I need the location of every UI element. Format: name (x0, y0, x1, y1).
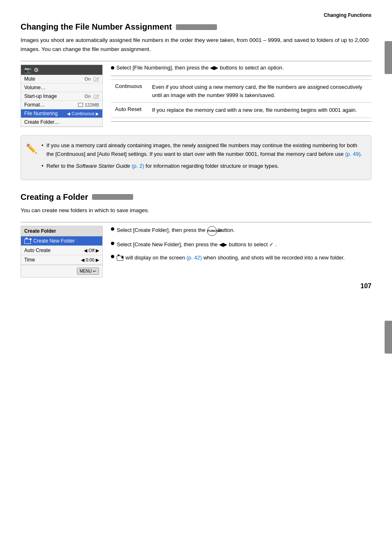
section1-intro: Images you shoot are automatically assig… (21, 36, 371, 53)
menu-row-file-numbering: File Numbering ◀ Continuous ▶ (21, 109, 102, 118)
folder-inst-1: Select [Create Folder], then press the F… (111, 226, 371, 236)
option-continuous-name: Continuous (111, 80, 148, 103)
heading-bar-2 (92, 194, 133, 200)
note-item-1: If you use a memory card already contain… (42, 141, 364, 159)
section1-description: Select [File Numbering], then press the … (111, 65, 371, 127)
camera-menu-header: 📷 ⚙ (21, 65, 102, 75)
bullet-1 (111, 66, 114, 69)
folder-icon-selected: ✱ (24, 239, 31, 244)
bullet-f2 (111, 242, 114, 245)
section1-heading: Changing the File Number Assignment (21, 22, 371, 32)
side-tab-bottom (385, 321, 392, 354)
folder-menu-create-new: ✱ Create New Folder (21, 236, 102, 246)
note-icon: ✏️ (26, 141, 37, 156)
camera-icon: 📷 (24, 67, 31, 73)
option-auto-reset-desc: If you replace the memory card with a ne… (148, 103, 371, 118)
note-box: ✏️ If you use a memory card already cont… (21, 135, 371, 180)
note-list: If you use a memory card already contain… (42, 141, 364, 170)
section2-intro: You can create new folders in which to s… (21, 206, 371, 215)
option-continuous: Continuous Even if you shoot using a new… (111, 80, 371, 103)
section1-title: Changing the File Number Assignment (21, 22, 172, 32)
section1-content: 📷 ⚙ Mute On Off Volume… (21, 65, 371, 127)
settings-icon: ⚙ (34, 67, 39, 73)
func-set-btn: FUNCSET (207, 226, 217, 236)
option-auto-reset: Auto Reset If you replace the memory car… (111, 103, 371, 118)
software-guide-text: Software Starter Guide (76, 163, 130, 169)
folder-instructions: Select [Create Folder], then press the F… (111, 226, 371, 278)
menu-row-format: Format… 122MB (21, 101, 102, 109)
camera-menu: 📷 ⚙ Mute On Off Volume… (21, 65, 103, 127)
divider-2 (21, 222, 371, 222)
page-number: 107 (360, 282, 371, 290)
divider-options-top (111, 76, 371, 76)
menu-button[interactable]: MENU ↩ (77, 268, 99, 275)
create-folder-menu: Create Folder ✱ Create New Folder Auto C… (21, 226, 103, 278)
heading-bar-1 (176, 24, 217, 30)
header-title: Changing Functions (324, 12, 371, 18)
folder-menu-auto-create: Auto Create ◀ Off ▶ (21, 246, 102, 255)
section2-heading: Creating a Folder (21, 192, 371, 202)
folder-icon-inline: ✱ (117, 256, 123, 261)
bullet-f1 (111, 227, 114, 231)
divider-options-bottom (111, 121, 371, 122)
option-continuous-desc: Even if you shoot using a new memory car… (148, 80, 371, 103)
select-instruction: Select [File Numbering], then press the … (111, 65, 371, 71)
section1-instruction: Select [File Numbering], then press the … (116, 65, 284, 71)
folder-menu-title: Create Folder (21, 226, 102, 236)
option-auto-reset-name: Auto Reset (111, 103, 148, 118)
section2-title: Creating a Folder (21, 192, 88, 202)
link-p49: (p. 49) (345, 151, 361, 157)
folder-inst-3: ✱ will display on the screen (p. 42) whe… (111, 253, 371, 262)
menu-row-volume: Volume… (21, 83, 102, 92)
divider-1 (21, 61, 371, 61)
bullet-f3 (111, 255, 114, 258)
folder-menu-time: Time ◀ 0:00 ▶ (21, 255, 102, 265)
folder-menu-bottom: MENU ↩ (21, 265, 102, 277)
menu-row-mute: Mute On Off (21, 75, 102, 83)
link-p42: (p. 42) (187, 255, 202, 261)
format-icon (78, 103, 83, 107)
note-item-2: Refer to the Software Starter Guide (p. … (42, 162, 364, 171)
page-header: Changing Functions (21, 12, 371, 18)
menu-row-startup: Start-up Image On Off (21, 92, 102, 101)
folder-inst-2: Select [Create New Folder], then press t… (111, 240, 371, 249)
link-p2: (p. 2) (131, 163, 144, 169)
menu-row-create-folder: Create Folder… (21, 118, 102, 127)
option-table: Continuous Even if you shoot using a new… (111, 79, 371, 118)
section2-content: Create Folder ✱ Create New Folder Auto C… (21, 226, 371, 278)
